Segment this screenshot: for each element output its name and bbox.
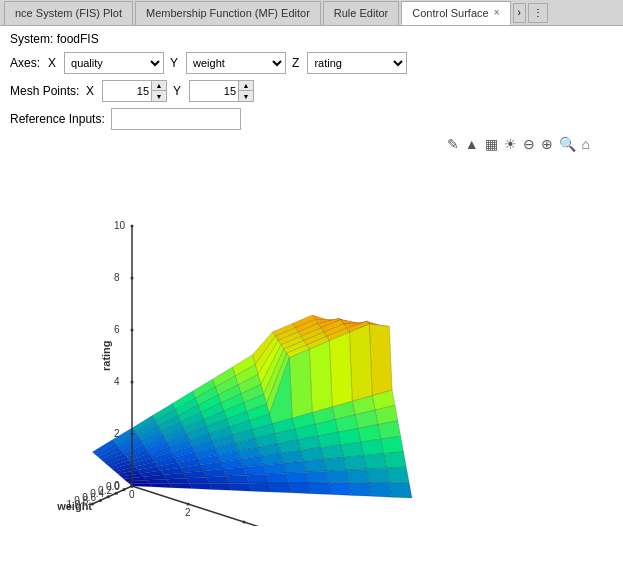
ref-row: Reference Inputs: xyxy=(10,108,613,130)
surface-chart[interactable] xyxy=(12,156,612,526)
toolbar-tag-icon[interactable]: ▲ xyxy=(462,134,482,154)
x-axis-select[interactable]: quality weight xyxy=(64,52,164,74)
mesh-y-spinner: ▲ ▼ xyxy=(189,80,254,102)
toolbar-zoom-icon[interactable]: 🔍 xyxy=(556,134,579,154)
mesh-x-spinner: ▲ ▼ xyxy=(102,80,167,102)
mesh-y-spinner-btns: ▲ ▼ xyxy=(239,80,254,102)
tab-nav-more[interactable]: › xyxy=(513,3,526,23)
tab-rule-editor[interactable]: Rule Editor xyxy=(323,1,399,25)
toolbar-pan-icon[interactable]: ☀ xyxy=(501,134,520,154)
mesh-x-spinner-btns: ▲ ▼ xyxy=(152,80,167,102)
tab-control-surface[interactable]: Control Surface × xyxy=(401,1,510,25)
x-axis-label: X xyxy=(48,56,56,70)
tab-fis-plot[interactable]: nce System (FIS) Plot xyxy=(4,1,133,25)
axes-label: Axes: xyxy=(10,56,42,70)
toolbar-home-icon[interactable]: ⌂ xyxy=(579,134,593,154)
y-axis-label: Y xyxy=(170,56,178,70)
toolbar-zoom-out-icon[interactable]: ⊖ xyxy=(520,134,538,154)
mesh-x-down[interactable]: ▼ xyxy=(152,91,166,101)
toolbar-zoom-in-icon[interactable]: ⊕ xyxy=(538,134,556,154)
y-axis-select[interactable]: weight quality xyxy=(186,52,286,74)
toolbar-rotate-icon[interactable]: ✎ xyxy=(444,134,462,154)
mesh-row: Mesh Points: X ▲ ▼ Y ▲ ▼ xyxy=(10,80,613,102)
close-tab-icon[interactable]: × xyxy=(494,7,500,18)
system-label: System: xyxy=(10,32,53,46)
z-axis-label: Z xyxy=(292,56,299,70)
ref-label: Reference Inputs: xyxy=(10,112,105,126)
mesh-y-down[interactable]: ▼ xyxy=(239,91,253,101)
axes-row: Axes: X quality weight Y weight quality … xyxy=(10,52,613,74)
tab-mf-editor[interactable]: Membership Function (MF) Editor xyxy=(135,1,321,25)
tab-bar: nce System (FIS) Plot Membership Functio… xyxy=(0,0,623,26)
tab-nav-menu[interactable]: ⋮ xyxy=(528,3,548,23)
mesh-x-label: X xyxy=(86,84,94,98)
ref-input[interactable] xyxy=(111,108,241,130)
mesh-x-up[interactable]: ▲ xyxy=(152,81,166,91)
mesh-label: Mesh Points: xyxy=(10,84,80,98)
mesh-x-input[interactable] xyxy=(102,80,152,102)
toolbar-grid-icon[interactable]: ▦ xyxy=(482,134,501,154)
toolbar-row: ✎ ▲ ▦ ☀ ⊖ ⊕ 🔍 ⌂ xyxy=(10,134,613,154)
system-name: foodFIS xyxy=(57,32,99,46)
mesh-y-label: Y xyxy=(173,84,181,98)
system-row: System: foodFIS xyxy=(10,32,613,46)
z-axis-select[interactable]: rating xyxy=(307,52,407,74)
chart-container xyxy=(12,156,612,546)
main-content: System: foodFIS Axes: X quality weight Y… xyxy=(0,26,623,574)
mesh-y-up[interactable]: ▲ xyxy=(239,81,253,91)
mesh-y-input[interactable] xyxy=(189,80,239,102)
